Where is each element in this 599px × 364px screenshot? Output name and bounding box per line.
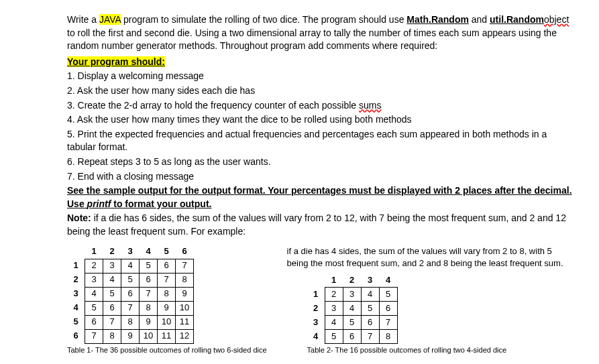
t6-col-h: 2 [103,245,121,259]
table4-wrap: 1 2 3 4 12345 23456 34567 45678 Table 2-… [307,274,572,355]
intro-paragraph: Write a JAVA program to simulate the rol… [67,13,572,53]
t6-col-h: 3 [121,245,140,259]
step-5: 5. Print the expected frequencies and ac… [67,128,572,154]
t6-col-h: 4 [140,245,158,259]
your-program-heading: Your program should: [67,56,572,69]
object-wavy: object [544,14,569,25]
step-6: 6. Repeat steps 3 to 5 as long as the us… [67,156,572,169]
table-6-sided: 1 2 3 4 5 6 1234567 2345678 3456789 4567… [67,245,194,344]
intro-prefix: Write a [67,14,99,25]
step-3b: sums [359,100,381,111]
t6-col-h: 1 [85,245,103,259]
step-1: 1. Display a welcoming message [67,70,572,83]
table-4-sided: 1 2 3 4 12345 23456 34567 45678 [307,274,398,344]
t6-col-h: 5 [158,245,176,259]
note-label: Note: [67,213,91,223]
right-column: if a die has 4 sides, the sum of the val… [287,245,572,356]
table6-wrap: 1 2 3 4 5 6 1234567 2345678 3456789 4567… [67,245,267,355]
math-random: Math.Random [406,14,469,25]
step-3a: 3. Create the 2-d array to hold the freq… [67,100,359,111]
table4-caption: Table 2- The 16 possible outcomes of rol… [307,345,572,355]
see-sample-p2: to format your output. [111,198,211,209]
java-highlight: JAVA [99,14,121,25]
util-random: util.Random [490,14,544,25]
right-note: if a die has 4 sides, the sum of the val… [287,245,572,269]
your-program-text: Your program should: [67,56,165,67]
intro-rest: to roll the first and second die. Using … [67,27,557,52]
note-text: if a die has 6 sides, the sum of the val… [67,213,566,237]
step-4: 4. Ask the user how many times they want… [67,113,572,127]
step-3: 3. Create the 2-d array to hold the freq… [67,99,572,113]
see-sample: See the sample output for the output for… [67,184,572,210]
note-line: Note: if a die has 6 sides, the sum of t… [67,212,572,238]
see-sample-printf: printf [87,198,111,209]
step-2: 2. Ask the user how many sides each die … [67,84,572,98]
intro-mid2: and [469,14,490,25]
table6-caption: Table 1- The 36 possible outcomes of rol… [67,345,267,355]
step-7: 7. End with a closing message [67,170,572,184]
tables-section: 1 2 3 4 5 6 1234567 2345678 3456789 4567… [67,245,572,356]
intro-mid1: program to simulate the rolling of two d… [121,14,406,25]
t6-col-h: 6 [176,245,194,259]
